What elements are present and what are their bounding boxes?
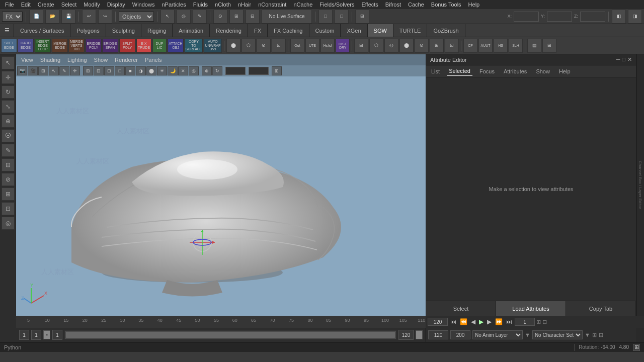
hist-icon[interactable]: HISTORY [336, 39, 350, 53]
menu-windows[interactable]: Windows [129, 1, 158, 8]
char-set-icon1[interactable]: ⊞ [592, 332, 597, 338]
menu-nhair[interactable]: nHair [235, 1, 254, 8]
sphere2-icon[interactable]: ⬤ [399, 39, 414, 53]
vp-value2-input[interactable]: 1.00 [249, 67, 269, 75]
menu-select[interactable]: Select [58, 1, 80, 8]
menu-create[interactable]: Create [35, 1, 57, 8]
paint-icon[interactable]: ✎ [193, 10, 207, 24]
insert-edge-loop-btn[interactable]: INSERTEDGELOOP [35, 39, 51, 53]
playback-prev-frame-btn[interactable]: ◀ [470, 318, 476, 325]
sculpt-btn[interactable]: ✎ [2, 144, 15, 157]
coord-y-input[interactable] [547, 12, 572, 22]
quad-icon[interactable]: ⊞ [430, 39, 444, 53]
render2-icon[interactable]: ◨ [628, 10, 642, 24]
attr-maximize-btn[interactable]: □ [622, 56, 625, 63]
extra-icon1[interactable]: ▤ [527, 39, 541, 53]
attr-tab-list[interactable]: List [429, 67, 442, 75]
vp-menu-lighting[interactable]: Lighting [64, 56, 90, 64]
face-icon[interactable]: ⊡ [445, 39, 459, 53]
lasso-icon[interactable]: ◎ [177, 10, 191, 24]
range-inner-input[interactable] [52, 330, 62, 340]
tab-animation[interactable]: Animation [173, 24, 210, 37]
range-max2-input[interactable] [450, 330, 470, 339]
playback-play-btn[interactable]: ▶ [478, 318, 485, 325]
attr-select-btn[interactable]: Select [426, 301, 496, 316]
vp-menu-view[interactable]: View [18, 56, 36, 64]
tab-rendering[interactable]: Rendering [210, 24, 248, 37]
tab-sculpting[interactable]: Sculpting [106, 24, 141, 37]
select-tool-icon[interactable]: ↖ [160, 10, 175, 24]
vp-snap-icon[interactable]: ⊕ [202, 66, 212, 75]
sphere-tool-icon[interactable]: ⬤ [226, 39, 240, 53]
vp-extra-icon[interactable]: ⊞ [272, 66, 282, 75]
range-bar[interactable] [64, 330, 396, 339]
anim-layer-arrow[interactable]: ▼ [525, 332, 530, 338]
vp-arrow-icon[interactable]: ↖ [49, 66, 59, 75]
hard-edge-btn[interactable]: HARDEDGE [18, 39, 34, 53]
universal-tool-btn[interactable]: ⊕ [2, 115, 15, 128]
menu-bonus[interactable]: Bonus Tools [428, 1, 464, 8]
attr-close-btn[interactable]: ✕ [627, 56, 632, 63]
tab-polygons[interactable]: Polygons [70, 24, 106, 37]
vp-menu-show[interactable]: Show [91, 56, 111, 64]
vp-xray-icon[interactable]: ✕ [178, 66, 188, 75]
range-max-input[interactable] [428, 330, 448, 339]
bonus-auut-icon[interactable]: AUUT [478, 39, 493, 53]
open-file-icon[interactable]: 📂 [45, 10, 59, 24]
menu-ncache[interactable]: nCache [290, 1, 315, 8]
menu-modify[interactable]: Modify [80, 1, 103, 8]
vp-smooth-icon[interactable]: ⬤ [146, 66, 156, 75]
lasso-tool-btn[interactable]: ⊘ [2, 173, 15, 186]
coord-x-input[interactable] [514, 12, 539, 22]
attr-minimize-btn[interactable]: ─ [616, 56, 620, 63]
range-end-input[interactable] [398, 330, 414, 340]
bridge-span-btn[interactable]: BRIDGESPAN [102, 39, 118, 53]
menu-icon[interactable]: ☰ [0, 24, 14, 37]
menu-nparticles[interactable]: nParticles [158, 1, 189, 8]
timeline-range-end-input[interactable] [428, 318, 448, 326]
vp-wire2-icon[interactable]: ■ [125, 66, 135, 75]
vp-wire-icon[interactable]: □ [115, 66, 125, 75]
ring-icon[interactable]: ◎ [384, 39, 398, 53]
grid-icon[interactable]: ⊞ [355, 10, 369, 24]
frame-current-input[interactable] [31, 330, 41, 340]
vp-rotate-icon[interactable]: ↻ [212, 66, 222, 75]
vp-menu-renderer[interactable]: Renderer [112, 56, 141, 64]
select-tool-btn[interactable]: ↖ [2, 56, 15, 69]
timeline-extra-icon2[interactable]: ⊟ [542, 319, 547, 325]
grid2-icon[interactable]: ⊞ [354, 39, 368, 53]
playback-goto-end-btn[interactable]: ⏭ [505, 318, 513, 325]
snap3-icon[interactable]: ⊟ [246, 10, 260, 24]
mode-select[interactable]: FX [2, 12, 23, 22]
coord-z-input[interactable] [580, 12, 605, 22]
bonus-hs-icon[interactable]: HS [494, 39, 508, 53]
menu-help[interactable]: Help [465, 1, 483, 8]
playback-next-frame-btn[interactable]: ▶ [486, 318, 493, 325]
cube-tool-icon[interactable]: ⬡ [242, 39, 256, 53]
tab-fx[interactable]: FX [248, 24, 268, 37]
playback-next-key-btn[interactable]: ⏩ [494, 318, 504, 325]
cam-icon[interactable]: □ [318, 10, 333, 24]
menu-edit[interactable]: Edit [18, 1, 34, 8]
paint-weight-btn[interactable]: ⊞ [2, 188, 15, 201]
timeline-ruler[interactable]: 5 10 15 20 25 30 35 40 45 50 55 60 65 70… [16, 316, 426, 328]
bridge-poly-btn[interactable]: BRIDGEPOLY [86, 39, 102, 53]
merge-edge-btn[interactable]: MERGEEDGE [52, 39, 68, 53]
menu-cache[interactable]: Cache [405, 1, 427, 8]
rotate-tool-btn[interactable]: ↻ [2, 85, 15, 99]
redo-icon[interactable]: ↪ [98, 10, 112, 24]
live-surface-btn[interactable]: No Live Surface [262, 10, 312, 24]
vp-shade-icon[interactable]: ◑ [136, 66, 146, 75]
vp-light-icon[interactable]: ☀ [157, 66, 167, 75]
menu-ncloth[interactable]: nCloth [212, 1, 234, 8]
menu-effects[interactable]: Effects [358, 1, 381, 8]
hshd-icon[interactable]: Hshd [320, 39, 335, 53]
torus-icon[interactable]: ⊙ [415, 39, 429, 53]
vp-shadow-icon[interactable]: 🌙 [168, 66, 178, 75]
auto-unwrap-btn[interactable]: AUTOUNWRAPUVs [204, 39, 222, 53]
out-icon[interactable]: Out [290, 39, 304, 53]
save-file-icon[interactable]: 💾 [61, 10, 75, 24]
anim-layer-select[interactable]: No Anim Layer [472, 330, 523, 339]
cube2-icon[interactable]: ⬡ [369, 39, 383, 53]
menu-bifrost[interactable]: Bifrost [382, 1, 404, 8]
